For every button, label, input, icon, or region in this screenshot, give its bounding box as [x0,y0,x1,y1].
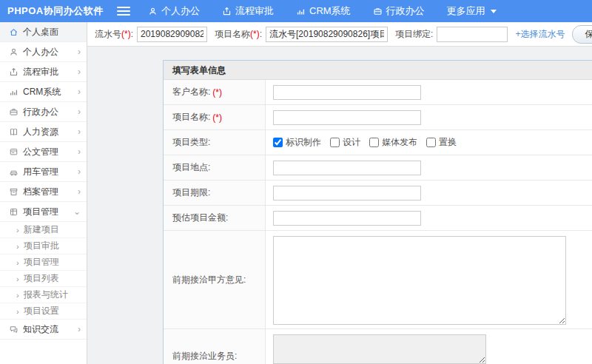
chevron-right-icon: › [16,242,19,251]
form-row-project-type: 项目类型: 标识制作 设计 媒体发布 置换 [164,130,592,155]
chevron-down-icon: ⌄ [73,206,81,217]
chevron-right-icon: › [78,127,81,137]
checkbox-design[interactable] [330,138,340,147]
serial-label: 流水号(*): [95,28,133,41]
form-row-location: 项目地点: [164,155,592,181]
chevron-right-icon: › [78,324,81,334]
record-toolbar: 流水号(*): 项目名称(*): 项目绑定: +选择流水号 保 存 [87,22,592,47]
form-row-customer-name: 客户名称:(*) [164,80,592,105]
field-label: 项目类型: [172,136,210,149]
project-bind-label: 项目绑定: [395,28,433,41]
nav-label: 更多应用 [447,4,485,18]
sidebar-item-vehicles[interactable]: 用车管理 › [0,162,87,182]
nav-label: 个人办公 [161,4,200,18]
nav-crm[interactable]: CRM系统 [296,4,351,18]
sidebar-item-personal-office[interactable]: 个人办公 › [0,42,87,62]
chevron-right-icon: › [16,307,19,316]
project-icon [9,207,18,217]
client-opinion-textarea[interactable] [273,236,566,325]
required-mark: (*) [212,112,222,123]
serial-input[interactable] [137,27,207,42]
chevron-right-icon: › [16,258,19,267]
menu-icon[interactable] [117,7,130,16]
briefcase-icon [373,7,383,16]
form-row-project-name: 项目名称:(*) [164,105,592,130]
project-form: 填写表单信息 客户名称:(*) 项目名称:(*) 项目类型: 标识制作 设计 [163,60,592,364]
required-mark: (*) [212,87,222,98]
project-duration-input[interactable] [273,186,421,200]
sidebar-subitem-project-settings[interactable]: › 项目设置 [0,303,87,320]
project-name-field[interactable] [273,110,421,125]
chevron-right-icon: › [16,226,19,235]
form-row-client-opinion: 前期接洽甲方意见: [164,231,592,329]
sidebar-item-archives[interactable]: 档案管理 › [0,182,87,202]
customer-name-input[interactable] [273,85,421,100]
chevron-right-icon: › [78,146,81,157]
sidebar-item-admin-office[interactable]: 行政办公 › [0,102,87,122]
sidebar-subitem-reports-statistics[interactable]: › 报表与统计 [0,287,87,303]
field-label: 项目地点: [172,161,210,174]
sidebar-item-projects[interactable]: 项目管理 ⌄ [0,202,87,222]
project-location-input[interactable] [273,161,421,175]
nav-label: CRM系统 [309,4,351,18]
sidebar-item-crm[interactable]: CRM系统 › [0,82,87,102]
nav-workflow-approval[interactable]: 流程审批 [222,4,274,18]
workflow-icon [222,7,232,16]
chevron-right-icon: › [16,291,19,300]
project-name-label: 项目名称(*): [215,28,262,41]
estimated-amount-input[interactable] [273,211,421,226]
app-logo: PHPOA协同办公软件 [0,4,111,18]
chart-icon [296,7,306,16]
field-label: 前期接洽甲方意见: [172,274,246,286]
caret-down-icon [491,10,497,13]
document-icon [9,147,18,157]
sidebar: 个人桌面 个人办公 › 流程审批 › CRM系统 › 行政办公 › 人力资源 › [0,22,87,364]
chevron-right-icon: › [78,87,81,97]
sidebar-subitem-project-management[interactable]: › 项目管理 [0,255,87,271]
save-button[interactable]: 保 存 [572,25,592,44]
form-row-budget: 预估项目金额: [164,206,592,231]
project-type-options: 标识制作 设计 媒体发布 置换 [273,136,462,149]
sidebar-item-documents[interactable]: 公文管理 › [0,142,87,162]
book-icon [9,127,18,137]
user-icon [148,7,158,16]
field-label: 预估项目金额: [172,212,228,224]
sidebar-subitem-project-list[interactable]: › 项目列表 [0,271,87,287]
topbar: PHPOA协同办公软件 个人办公 流程审批 CRM系统 行政办公 [0,0,592,22]
sidebar-item-knowledge[interactable]: 知识交流 › [0,320,87,340]
nav-admin-office[interactable]: 行政办公 [373,4,425,18]
form-row-salesperson: 前期接洽业务员: +选择人员 [164,329,592,364]
field-label: 项目名称: [172,111,210,124]
project-name-input[interactable] [266,27,388,42]
sidebar-subitem-project-approval[interactable]: › 项目审批 [0,238,87,255]
project-bind-input[interactable] [437,27,508,42]
sidebar-subitem-new-project[interactable]: › 新建项目 [0,222,87,238]
nav-personal-office[interactable]: 个人办公 [148,4,200,18]
chart-icon [9,87,18,97]
sidebar-item-workflow-approval[interactable]: 流程审批 › [0,62,87,82]
form-section-title: 填写表单信息 [164,61,592,80]
archive-icon [9,187,18,197]
nav-label: 流程审批 [235,4,274,18]
chevron-right-icon: › [78,186,81,197]
chevron-right-icon: › [78,107,81,117]
content-area: 流水号(*): 项目名称(*): 项目绑定: +选择流水号 保 存 填写表单信息… [87,22,592,364]
select-serial-link[interactable]: +选择流水号 [515,28,565,41]
workflow-icon [9,67,18,77]
field-label: 前期接洽业务员: [172,350,237,363]
field-label: 项目期限: [172,186,210,199]
salesperson-textarea[interactable] [273,334,486,364]
checkbox-exchange[interactable] [426,138,436,147]
chevron-right-icon: › [78,47,81,57]
sidebar-item-hr[interactable]: 人力资源 › [0,122,87,142]
nav-label: 行政办公 [386,4,425,18]
checkbox-media-release[interactable] [369,138,379,147]
form-row-duration: 项目期限: [164,181,592,206]
sidebar-item-desktop[interactable]: 个人桌面 [0,22,87,42]
briefcase-icon [9,107,18,117]
user-icon [9,47,18,57]
car-icon [9,167,18,177]
chevron-right-icon: › [78,67,81,77]
nav-more-apps[interactable]: 更多应用 [447,4,497,18]
checkbox-sign-making[interactable] [273,138,283,147]
